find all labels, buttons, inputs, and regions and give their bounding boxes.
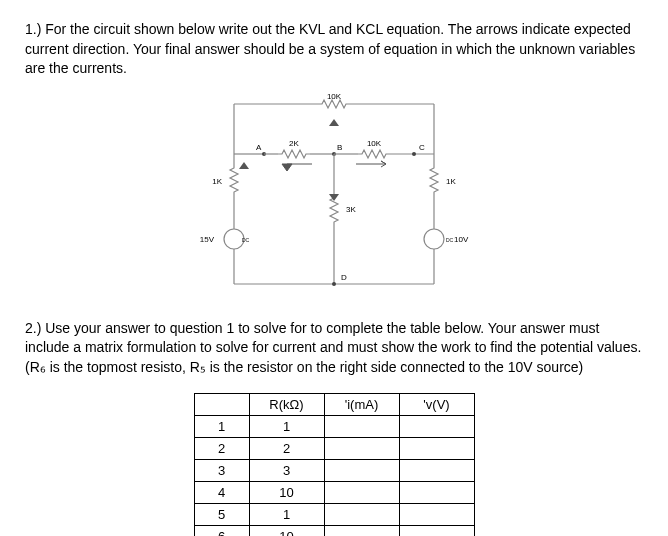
row-num: 3: [194, 459, 249, 481]
dc-right-label: DC: [446, 237, 454, 243]
cell-v: [399, 459, 474, 481]
cell-v: [399, 481, 474, 503]
cell-r: 1: [249, 415, 324, 437]
svg-point-4: [224, 229, 244, 249]
v-left-label: 15V: [200, 235, 215, 244]
cell-v: [399, 437, 474, 459]
header-blank: [194, 393, 249, 415]
cell-r: 2: [249, 437, 324, 459]
cell-i: [324, 503, 399, 525]
header-i: 'i(mA): [324, 393, 399, 415]
svg-point-8: [424, 229, 444, 249]
cell-r: 10: [249, 481, 324, 503]
svg-point-21: [332, 282, 336, 286]
question-2-text: 2.) Use your answer to question 1 to sol…: [25, 320, 641, 375]
header-v: 'v(V): [399, 393, 474, 415]
dc-left-label: DC: [242, 237, 250, 243]
node-c-label: C: [419, 143, 425, 152]
row-num: 4: [194, 481, 249, 503]
r-bc-label: 10K: [367, 139, 382, 148]
cell-v: [399, 525, 474, 536]
cell-i: [324, 459, 399, 481]
r-mid-label: 3K: [346, 205, 356, 214]
results-table: R(kΩ) 'i(mA) 'v(V) 1 1 2 2 3 3 4 10 5 1 …: [194, 393, 475, 536]
cell-v: [399, 415, 474, 437]
table-row: 6 10: [194, 525, 474, 536]
cell-r: 3: [249, 459, 324, 481]
question-2: 2.) Use your answer to question 1 to sol…: [25, 319, 643, 378]
table-row: 3 3: [194, 459, 474, 481]
v-right-label: 10V: [454, 235, 469, 244]
svg-point-18: [412, 152, 416, 156]
header-r: R(kΩ): [249, 393, 324, 415]
r-right-label: 1K: [446, 177, 456, 186]
node-a-label: A: [256, 143, 262, 152]
table-row: 5 1: [194, 503, 474, 525]
question-1-text: 1.) For the circuit shown below write ou…: [25, 21, 635, 76]
node-b-label: B: [337, 143, 342, 152]
table-row: 1 1: [194, 415, 474, 437]
row-num: 6: [194, 525, 249, 536]
cell-i: [324, 415, 399, 437]
r-left-label: 1K: [212, 177, 222, 186]
r-top-label: 10K: [327, 94, 342, 101]
table-row: 4 10: [194, 481, 474, 503]
circuit-svg: 10K 1K 15V DC 1K 10V DC A: [174, 94, 494, 294]
question-1: 1.) For the circuit shown below write ou…: [25, 20, 643, 79]
r-ab-label: 2K: [289, 139, 299, 148]
cell-i: [324, 437, 399, 459]
cell-r: 1: [249, 503, 324, 525]
cell-i: [324, 481, 399, 503]
node-d-label: D: [341, 273, 347, 282]
cell-i: [324, 525, 399, 536]
table-row: 2 2: [194, 437, 474, 459]
row-num: 1: [194, 415, 249, 437]
cell-v: [399, 503, 474, 525]
row-num: 5: [194, 503, 249, 525]
circuit-diagram: 10K 1K 15V DC 1K 10V DC A: [25, 94, 643, 294]
cell-r: 10: [249, 525, 324, 536]
table-header-row: R(kΩ) 'i(mA) 'v(V): [194, 393, 474, 415]
row-num: 2: [194, 437, 249, 459]
